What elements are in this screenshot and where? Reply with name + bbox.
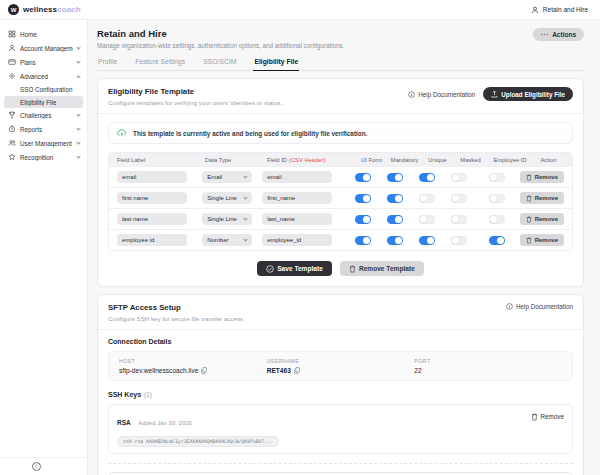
toggle-ui_form[interactable] (355, 236, 371, 245)
data-type-select[interactable]: Single Line (202, 213, 252, 225)
field-id-input[interactable] (262, 171, 332, 183)
toggle-masked[interactable] (451, 215, 467, 224)
save-template-button[interactable]: Save Template (257, 261, 332, 276)
sidebar-item-plans[interactable]: Plans (0, 55, 87, 69)
remove-template-button[interactable]: Remove Template (340, 261, 424, 276)
tab-sso-scim[interactable]: SSO/SCIM (202, 58, 237, 70)
remove-row-button[interactable]: Remove (520, 192, 564, 204)
toggle-mandatory[interactable] (387, 215, 403, 224)
collapse-sidebar-button[interactable] (32, 462, 41, 471)
remove-row-button[interactable]: Remove (520, 213, 564, 225)
col-header-employee-id: Employee ID (487, 157, 533, 163)
toggle-ui_form[interactable] (355, 173, 371, 182)
remove-row-label: Remove (535, 195, 558, 201)
template-card-subtitle: Configure templates for verifying your u… (108, 99, 282, 106)
toggle-ui_form[interactable] (355, 194, 371, 203)
trophy-icon (7, 111, 16, 119)
sidebar: Home Account Management Plans Advanced S… (0, 20, 88, 475)
people-icon (7, 139, 16, 147)
connection-details-box: HOST sftp-dev.wellnesscoach.live USERNAM… (108, 351, 573, 381)
field-label-input[interactable] (117, 171, 187, 183)
eligibility-fields-table: Field Label Data Type Field ID (CSV Head… (108, 152, 573, 251)
toggle-masked[interactable] (451, 236, 467, 245)
remove-ssh-key-button[interactable]: Remove (531, 411, 564, 447)
sidebar-item-eligibility-file[interactable]: Eligibility File (4, 96, 83, 108)
sidebar-footer (0, 457, 87, 475)
toggle-unique[interactable] (419, 173, 435, 182)
toggle-masked[interactable] (451, 173, 467, 182)
sftp-help-documentation-link[interactable]: Help Documentation (506, 303, 573, 310)
toggle-employee_id[interactable] (489, 215, 505, 224)
field-label-input[interactable] (117, 213, 187, 225)
sidebar-item-challenges[interactable]: Challenges (0, 108, 87, 122)
ssh-key-item: RSA Added Jan 30, 2026 ssh-rsa AAAAB3Nza… (108, 404, 573, 454)
template-actions: Save Template Remove Template (108, 261, 573, 276)
sidebar-item-recognition[interactable]: Recognition (0, 150, 87, 164)
sidebar-item-user-management[interactable]: User Management (0, 136, 87, 150)
toggle-mandatory[interactable] (387, 173, 403, 182)
col-header-field-label: Field Label (117, 157, 205, 163)
col-header-field-id: Field ID (CSV Header) (267, 157, 355, 163)
info-icon (506, 303, 513, 310)
tab-feature-settings[interactable]: Feature Settings (134, 58, 186, 70)
tab-eligibility-file[interactable]: Eligibility File (253, 58, 299, 71)
remove-row-button[interactable]: Remove (520, 234, 564, 246)
sidebar-item-reports[interactable]: Reports (0, 122, 87, 136)
brand-logo: W wellnesscoach (0, 4, 81, 15)
toggle-ui_form[interactable] (355, 215, 371, 224)
trash-icon (526, 174, 532, 181)
table-header-row: Field Label Data Type Field ID (CSV Head… (109, 153, 572, 166)
help-documentation-link[interactable]: Help Documentation (408, 91, 475, 98)
chevron-up-icon (76, 75, 80, 79)
field-id-input[interactable] (262, 234, 332, 246)
chevron-down-icon (244, 195, 248, 199)
check-circle-icon (266, 265, 274, 273)
banner-text: This template is currently active and be… (133, 130, 367, 137)
username-value: RET463 (267, 367, 291, 374)
actions-button[interactable]: ··· Actions (533, 28, 584, 41)
col-header-data-type: Data Type (205, 157, 267, 163)
ssh-keys-heading: SSH Keys (1) (108, 391, 573, 398)
chevron-left-icon (34, 464, 39, 469)
tab-profile[interactable]: Profile (97, 58, 118, 70)
field-label-input[interactable] (117, 192, 187, 204)
field-label-input[interactable] (117, 234, 187, 246)
sidebar-item-account-management[interactable]: Account Management (0, 41, 87, 55)
toggle-mandatory[interactable] (387, 194, 403, 203)
add-key-section: + Add New SSH Key (108, 463, 573, 475)
toggle-unique[interactable] (419, 194, 435, 203)
toggle-mandatory[interactable] (387, 236, 403, 245)
toggle-unique[interactable] (419, 236, 435, 245)
field-id-input[interactable] (262, 192, 332, 204)
sidebar-item-advanced[interactable]: Advanced (0, 69, 87, 83)
toggle-employee_id[interactable] (489, 194, 505, 203)
upload-eligibility-file-button[interactable]: Upload Eligibility File (483, 87, 573, 101)
ellipsis-icon: ··· (541, 31, 550, 38)
username-label: USERNAME (267, 358, 415, 364)
col-header-action: Action (533, 157, 564, 163)
field-id-input[interactable] (262, 213, 332, 225)
data-type-select-value: Single Line (207, 216, 237, 222)
copy-host-icon[interactable] (201, 367, 207, 374)
toggle-employee_id[interactable] (489, 173, 505, 182)
sidebar-item-home[interactable]: Home (0, 27, 87, 41)
chevron-down-icon (244, 174, 248, 178)
toggle-unique[interactable] (419, 215, 435, 224)
main-content: Retain and Hire Manage organization-wide… (88, 20, 600, 475)
toggle-masked[interactable] (451, 194, 467, 203)
data-type-select-value: Single Line (207, 195, 237, 201)
host-value: sftp-dev.wellnesscoach.live (119, 367, 198, 374)
col-header-unique: Unique (421, 157, 454, 163)
trash-icon (526, 216, 532, 223)
remove-row-button[interactable]: Remove (520, 171, 564, 183)
copy-username-icon[interactable] (294, 367, 300, 374)
chevron-down-icon (76, 126, 80, 130)
sidebar-item-sso-configuration[interactable]: SSO Configuration (0, 83, 87, 96)
topbar-account-menu[interactable]: Retain and Hire (531, 6, 600, 14)
data-type-select[interactable]: Number (202, 234, 252, 246)
toggle-employee_id[interactable] (489, 236, 505, 245)
data-type-select[interactable]: Single Line (202, 192, 252, 204)
ssh-key-preview: ssh-rsa AAAAB3NzaC1yc2EAAAADAQABAAACAQCW… (117, 436, 279, 447)
ssh-keys-count: (1) (144, 391, 152, 398)
data-type-select[interactable]: Email (202, 171, 252, 183)
